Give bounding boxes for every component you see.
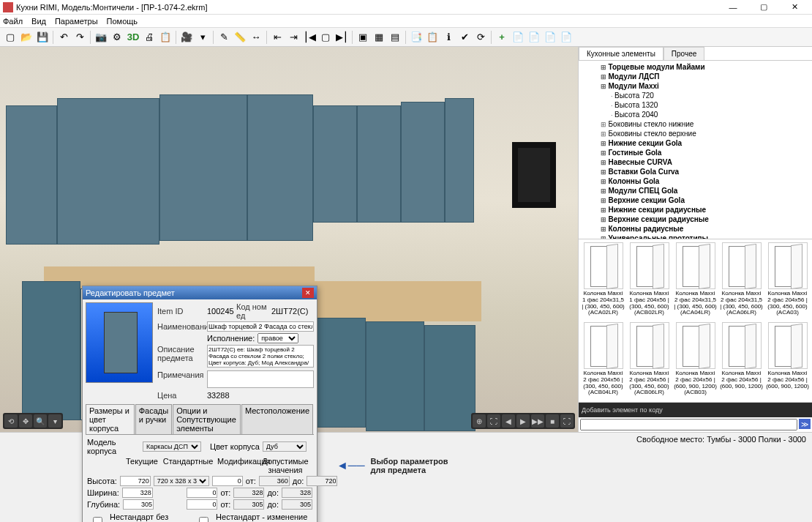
new-icon[interactable]: ▢	[3, 30, 18, 45]
info-icon[interactable]: ℹ	[441, 30, 456, 45]
tree-item[interactable]: Колонны радиусные	[582, 224, 809, 234]
height-mod-input[interactable]	[212, 476, 243, 486]
height-std-select[interactable]: 720 x 328 x 305	[154, 476, 209, 486]
tab-kitchen-elements[interactable]: Кухонные элементы	[579, 47, 663, 60]
tree-item[interactable]: Боковины стекло верхние	[582, 129, 809, 138]
doc3-icon[interactable]: 📄	[543, 30, 557, 45]
catalog-item[interactable]: Колонка Maxxi 2 фас 204х56 | (300, 450, …	[628, 322, 671, 399]
catalog-item[interactable]: Колонка Maxxi 2 фас 204х56 | (300, 450, …	[582, 322, 625, 399]
nonstd2-checkbox[interactable]	[193, 517, 214, 523]
menu-params[interactable]: Параметры	[55, 17, 98, 26]
copy-icon[interactable]: 📑	[409, 30, 424, 45]
doc4-icon[interactable]: 📄	[559, 30, 574, 45]
width-input[interactable]	[122, 488, 153, 498]
depth-mod-input[interactable]	[187, 499, 217, 510]
tree-item[interactable]: Навесные CURVA	[582, 157, 809, 167]
snap-center-icon[interactable]: ▢	[318, 30, 333, 45]
print-icon[interactable]: 🖨	[142, 30, 157, 45]
add-submit-button[interactable]: ≫	[799, 419, 811, 429]
nonstd1-checkbox[interactable]	[87, 517, 108, 523]
view3-icon[interactable]: ▤	[388, 30, 402, 45]
tree-item[interactable]: Модули Maxxi	[582, 81, 809, 91]
depth-input[interactable]	[123, 499, 154, 510]
tree-item[interactable]: Высота 1320	[582, 100, 809, 110]
tab-facades[interactable]: Фасады и ручки	[135, 404, 172, 434]
menu-file[interactable]: Файл	[3, 17, 23, 26]
catalog-item[interactable]: Колонка Maxxi 2 фас 204х31,5 | (300, 450…	[674, 242, 717, 319]
open-icon[interactable]: 📂	[19, 30, 34, 45]
menu-view[interactable]: Вид	[31, 17, 46, 26]
tree-item[interactable]: Торцевые модули Майами	[582, 62, 809, 72]
paste-icon[interactable]: 📋	[425, 30, 440, 45]
export-icon[interactable]: 📋	[158, 30, 173, 45]
render-icon[interactable]: ⚙	[110, 30, 124, 45]
camera-icon[interactable]: 📷	[94, 30, 108, 45]
color-select[interactable]: Дуб	[263, 441, 307, 452]
vp-target-icon[interactable]: ⊕	[473, 414, 486, 428]
tab-location[interactable]: Местоположение	[241, 404, 313, 434]
vp-zoom-icon[interactable]: 🔍	[34, 414, 47, 428]
tab-other[interactable]: Прочее	[663, 47, 704, 60]
notes-textarea[interactable]	[207, 370, 314, 388]
close-button[interactable]: ✕	[780, 1, 809, 14]
video-icon[interactable]: 🎥	[179, 30, 194, 45]
undo-icon[interactable]: ↶	[56, 30, 71, 45]
add-icon[interactable]: +	[495, 30, 509, 45]
view2-icon[interactable]: ▦	[372, 30, 386, 45]
tree-item[interactable]: Гостиные Gola	[582, 148, 809, 157]
catalog-item[interactable]: Колонка Maxxi 2 фас 204х56 | (600, 900, …	[720, 322, 763, 399]
catalog-item[interactable]: Колонка Maxxi 2 фас 204х31,5 | (300, 450…	[720, 242, 763, 319]
width-mod-input[interactable]	[187, 488, 217, 498]
catalog-item[interactable]: Колонка Maxxi 1 фас 204х56 | (300, 450, …	[628, 242, 671, 319]
check-icon[interactable]: ✔	[457, 30, 472, 45]
doc2-icon[interactable]: 📄	[527, 30, 541, 45]
vp-stop-icon[interactable]: ■	[546, 414, 559, 428]
tree-item[interactable]: Модули СПЕЦ Gola	[582, 186, 809, 195]
vp-expand-icon[interactable]: ⛶	[487, 414, 500, 428]
maximize-button[interactable]: ▢	[749, 1, 778, 14]
add-code-input[interactable]	[580, 419, 797, 430]
dialog-titlebar[interactable]: Редактировать предмет ✕	[83, 286, 317, 299]
dialog-close-button[interactable]: ✕	[302, 288, 314, 298]
tab-dimensions[interactable]: Размеры и цвет корпуса	[86, 404, 135, 434]
name-input[interactable]	[207, 321, 314, 332]
catalog-item[interactable]: Колонка Maxxi 2 фас 204х56 | (600, 900, …	[766, 322, 809, 399]
tree-item[interactable]: Высота 720	[582, 91, 809, 100]
align-left-icon[interactable]: ⇤	[270, 30, 285, 45]
tab-options[interactable]: Опции и Сопутствующие элементы	[173, 404, 241, 434]
catalog-item[interactable]: Колонка Maxxi 1 фас 204х31,5 | (300, 450…	[582, 242, 625, 319]
save-icon[interactable]: 💾	[35, 30, 50, 45]
vp-play-icon[interactable]: ▶	[516, 414, 530, 428]
tree-item[interactable]: Универсальные прототипы	[582, 234, 809, 239]
tool1-icon[interactable]: ▾	[195, 30, 210, 45]
tree-item[interactable]: Верхние секции Gola	[582, 195, 809, 205]
tree-item[interactable]: Верхние секции радиусные	[582, 215, 809, 224]
catalog-item[interactable]: Колонка Maxxi 2 фас 204х56 | (300, 450, …	[766, 242, 809, 319]
vp-pan-icon[interactable]: ✥	[19, 414, 32, 428]
doc1-icon[interactable]: 📄	[511, 30, 525, 45]
refresh-icon[interactable]: ⟳	[473, 30, 488, 45]
exec-select[interactable]: правое	[257, 333, 298, 343]
edit-icon[interactable]: ✎	[217, 30, 231, 45]
tree-item[interactable]: Модули ЛДСП	[582, 72, 809, 81]
snap-end-icon[interactable]: ▶⎮	[334, 30, 349, 45]
minimize-button[interactable]: —	[718, 1, 748, 14]
vp-tool-icon[interactable]: ▾	[48, 414, 61, 428]
view1-icon[interactable]: ▣	[356, 30, 370, 45]
desc-textarea[interactable]: 2ШТ72(С) ee: Шкаф торцевой 2 Фасада со с…	[207, 345, 314, 368]
vp-rotate-icon[interactable]: ⟲	[4, 414, 18, 428]
tree-item[interactable]: Высота 2040	[582, 110, 809, 119]
vp-full-icon[interactable]: ⛶	[560, 414, 574, 428]
vp-prev-icon[interactable]: ◀	[502, 414, 515, 428]
catalog-item[interactable]: Колонка Maxxi 2 фас 204х56 | (600, 900, …	[674, 322, 717, 399]
height-input[interactable]	[120, 476, 151, 486]
tree-item[interactable]: Боковины стекло нижние	[582, 119, 809, 129]
tree-item[interactable]: Нижние секции Gola	[582, 138, 809, 148]
vp-next-icon[interactable]: ▶▶	[531, 414, 544, 428]
model-select[interactable]: Каркасы ДСП	[143, 441, 201, 452]
catalog-grid[interactable]: Колонка Maxxi 1 фас 204х31,5 | (300, 450…	[579, 239, 812, 403]
align-right-icon[interactable]: ⇥	[286, 30, 301, 45]
3d-icon[interactable]: 3D	[126, 30, 140, 45]
redo-icon[interactable]: ↷	[72, 30, 87, 45]
snap-start-icon[interactable]: ⎮◀	[302, 30, 317, 45]
